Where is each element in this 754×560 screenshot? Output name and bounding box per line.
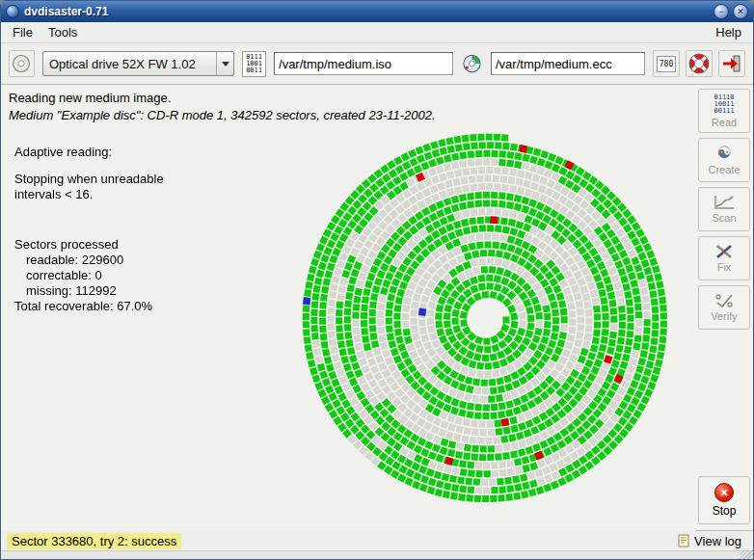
fix-tools-icon	[714, 244, 734, 259]
app-icon	[6, 5, 19, 18]
image-file-icon: 0111 1001 0011	[242, 51, 266, 77]
medium-info: Medium "Example disc": CD-R mode 1, 3425…	[9, 105, 687, 122]
help-button[interactable]	[686, 50, 713, 77]
drive-eject-button[interactable]	[9, 50, 35, 77]
lifebuoy-icon	[688, 53, 710, 74]
window-controls: − ✕	[714, 4, 748, 19]
stop-icon: ✕	[714, 483, 734, 502]
verify-check-icon	[714, 293, 735, 308]
create-yinyang-icon: ☯	[716, 145, 731, 162]
menu-help[interactable]: Help	[708, 23, 749, 41]
content-area: Reading new medium image. Medium "Exampl…	[1, 85, 753, 530]
menu-tools[interactable]: Tools	[40, 23, 85, 41]
view-log-label: View log	[694, 534, 741, 548]
create-button[interactable]: ☯ Create	[698, 138, 750, 182]
drive-select[interactable]: Optical drive 52X FW 1.02	[42, 51, 234, 76]
main-panel: Reading new medium image. Medium "Exampl…	[1, 85, 695, 530]
statusbar: Sector 333680, try 2: success View log	[1, 530, 753, 550]
preferences-icon: 780	[657, 56, 676, 72]
view-log-button[interactable]: View log	[671, 533, 747, 549]
sectors-missing: missing: 112992	[14, 283, 164, 299]
status-message: Sector 333680, try 2: success	[7, 533, 181, 549]
sectors-correctable: correctable: 0	[14, 268, 164, 283]
close-button[interactable]: ✕	[733, 4, 748, 19]
chevron-down-icon[interactable]	[216, 52, 233, 75]
quit-button[interactable]	[718, 50, 745, 77]
toolbar: Optical drive 52X FW 1.02 0111 1001 0011…	[1, 43, 753, 85]
menubar: File Tools Help	[1, 22, 753, 43]
sectors-processed-title: Sectors processed	[14, 237, 164, 253]
action-sidebar: 01110 10011 00111 Read ☯ Create Scan	[695, 85, 753, 530]
stopping-condition-line1: Stopping when unreadable	[14, 172, 164, 187]
scan-chart-icon	[714, 195, 735, 210]
action-header: Reading new medium image. Medium "Exampl…	[1, 85, 695, 122]
stop-label: Stop	[713, 504, 737, 518]
log-file-icon	[677, 534, 690, 547]
action-title: Reading new medium image.	[9, 91, 687, 105]
scan-button[interactable]: Scan	[698, 187, 750, 231]
fix-button[interactable]: Fix	[698, 236, 750, 280]
reading-stats: Adaptive reading: Stopping when unreadab…	[14, 145, 164, 314]
read-label: Read	[712, 117, 737, 128]
preferences-button[interactable]: 780	[653, 50, 680, 77]
window-frame-bottom	[1, 550, 753, 559]
stopping-condition-line2: intervals < 16.	[14, 187, 164, 202]
drive-select-value: Optical drive 52X FW 1.02	[43, 57, 216, 71]
toolbar-right-group: 780	[653, 50, 745, 77]
adaptive-reading-title: Adaptive reading:	[14, 145, 164, 160]
scan-label: Scan	[712, 212, 736, 224]
app-window: dvdisaster-0.71 − ✕ File Tools Help Opti…	[0, 0, 754, 560]
verify-button[interactable]: Verify	[698, 285, 750, 330]
fix-label: Fix	[717, 261, 732, 273]
exit-arrow-icon	[721, 53, 742, 74]
resize-grip[interactable]	[740, 550, 753, 559]
menu-file[interactable]: File	[5, 23, 40, 41]
minimize-button[interactable]: −	[714, 4, 729, 19]
window-title: dvdisaster-0.71	[24, 5, 108, 18]
create-label: Create	[708, 164, 740, 175]
read-button[interactable]: 01110 10011 00111 Read	[698, 89, 750, 133]
total-recoverable: Total recoverable: 67.0%	[14, 299, 164, 314]
sectors-readable: readable: 229600	[14, 253, 164, 268]
ecc-path-input[interactable]	[491, 52, 645, 75]
read-binary-icon: 01110 10011 00111	[714, 94, 734, 115]
titlebar[interactable]: dvdisaster-0.71 − ✕	[1, 1, 753, 22]
ecc-file-icon	[461, 52, 483, 75]
reading-visualization: Adaptive reading: Stopping when unreadab…	[1, 124, 695, 530]
iso-path-input[interactable]	[274, 52, 453, 75]
stop-button[interactable]: ✕ Stop	[698, 476, 750, 524]
optical-disc-icon	[10, 52, 33, 75]
verify-label: Verify	[711, 310, 738, 322]
